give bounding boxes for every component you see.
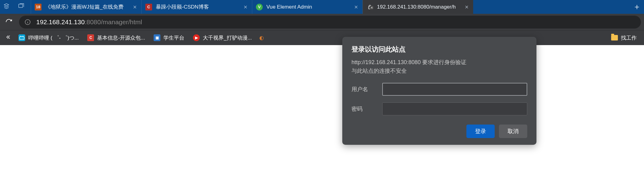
- bookmark-favicon-icon: C: [87, 34, 94, 41]
- workspaces-icon[interactable]: [3, 3, 10, 11]
- tab-strip: 18 《地狱乐》漫画WJ短篇_在线免费 C 暴躁小段额-CSDN博客 V Vue…: [0, 0, 644, 14]
- refresh-button[interactable]: [3, 16, 15, 28]
- error-badge-icon: [370, 6, 374, 10]
- browser-tab[interactable]: V Vue Element Admin: [252, 0, 363, 14]
- tab-favicon-icon: C: [145, 4, 152, 10]
- password-row: 密码: [351, 102, 527, 115]
- svg-rect-0: [19, 4, 23, 8]
- tab-favicon-icon: V: [256, 4, 263, 10]
- username-label: 用户名: [351, 86, 382, 93]
- browser-tab[interactable]: 18 《地狱乐》漫画WJ短篇_在线免费: [31, 0, 141, 14]
- folder-icon: [611, 35, 618, 40]
- browser-tab[interactable]: C 暴躁小段额-CSDN博客: [141, 0, 252, 14]
- bookmark-loading-icon: ◐: [257, 35, 266, 41]
- bookmarks-bar: 哔哩哔哩 ( ゜- ゜)つ... C 基本信息-开源众包... ▣ 学生平台 ▶…: [0, 30, 644, 45]
- cancel-button[interactable]: 取消: [499, 125, 527, 138]
- bookmark-label: 基本信息-开源众包...: [97, 34, 145, 41]
- password-label: 密码: [351, 105, 382, 113]
- url-text: 192.168.241.130:8080/manager/html: [36, 18, 142, 26]
- bookmark-favicon-icon: ▶: [193, 34, 200, 41]
- url-input[interactable]: 192.168.241.130:8080/manager/html: [19, 16, 641, 29]
- password-input[interactable]: [382, 102, 527, 115]
- bookmark-item[interactable]: ▶ 大千视界_打驴动漫...: [190, 33, 255, 43]
- new-tab-button[interactable]: [630, 0, 644, 14]
- bilibili-icon: [18, 34, 25, 41]
- signin-button[interactable]: 登录: [466, 125, 495, 138]
- bookmark-label: 哔哩哔哩 ( ゜- ゜)つ...: [28, 34, 79, 41]
- site-info-icon[interactable]: [24, 18, 31, 26]
- auth-message-line: 与此站点的连接不安全: [351, 67, 527, 75]
- url-path: :8080/manager/html: [85, 18, 142, 26]
- url-host: 192.168.241.130: [36, 18, 85, 26]
- tab-actions: [0, 0, 31, 14]
- bookmark-folder[interactable]: 找工作: [607, 33, 641, 43]
- auth-dialog-message: http://192.168.241.130:8080 要求进行身份验证 与此站…: [351, 58, 527, 75]
- svg-point-4: [21, 38, 21, 39]
- bookmark-label: 大千视界_打驴动漫...: [203, 34, 252, 41]
- auth-message-line: http://192.168.241.130:8080 要求进行身份验证: [351, 58, 527, 67]
- bookmark-item[interactable]: 哔哩哔哩 ( ゜- ゜)つ...: [15, 33, 82, 43]
- tab-close-button[interactable]: [464, 4, 469, 10]
- tab-favicon-icon: 18: [35, 4, 41, 10]
- bookmark-label: 学生平台: [163, 34, 184, 41]
- tab-close-button[interactable]: [243, 4, 248, 10]
- auth-dialog: 登录以访问此站点 http://192.168.241.130:8080 要求进…: [342, 37, 536, 145]
- auth-dialog-title: 登录以访问此站点: [351, 45, 527, 54]
- tab-overview-icon[interactable]: [18, 3, 25, 11]
- bookmark-favicon-icon: ▣: [154, 34, 160, 41]
- bookmark-item[interactable]: C 基本信息-开源众包...: [84, 33, 148, 43]
- tab-close-button[interactable]: [132, 4, 138, 10]
- bookmark-item[interactable]: ▣ 学生平台: [151, 33, 187, 43]
- page-content: [0, 45, 644, 177]
- username-input[interactable]: [382, 83, 527, 96]
- tab-title: 暴躁小段额-CSDN博客: [156, 3, 239, 10]
- svg-point-5: [22, 38, 23, 39]
- bookmark-folder-label: 找工作: [621, 34, 637, 41]
- browser-tab-active[interactable]: 192.168.241.130:8080/manager/h: [363, 0, 473, 14]
- username-row: 用户名: [351, 83, 527, 96]
- auth-button-row: 登录 取消: [351, 125, 527, 138]
- tab-close-button[interactable]: [353, 4, 359, 10]
- tab-title: Vue Element Admin: [266, 4, 350, 10]
- address-bar: 192.168.241.130:8080/manager/html: [0, 14, 644, 30]
- tab-title: 《地狱乐》漫画WJ短篇_在线免费: [45, 3, 128, 10]
- tab-title: 192.168.241.130:8080/manager/h: [377, 4, 460, 10]
- bookmark-overflow-icon[interactable]: [3, 34, 13, 42]
- svg-rect-3: [20, 37, 24, 40]
